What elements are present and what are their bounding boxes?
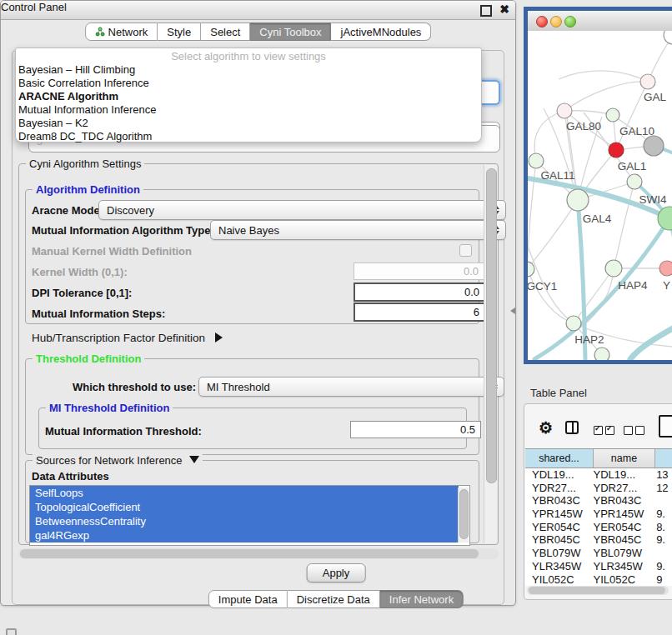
network-edge[interactable] <box>559 71 648 82</box>
kernel-width-label: Kernel Width (0,1): <box>32 266 128 278</box>
column-header-partial[interactable] <box>655 449 672 468</box>
network-canvas[interactable]: GALGAL80GAL10GAL1GAL11SWI4GAL4GCY1HAP4YH… <box>528 31 672 360</box>
network-node[interactable] <box>664 31 672 44</box>
table-row[interactable]: YBR045CYBR045C9. <box>525 533 672 547</box>
node-label: GAL <box>644 91 667 103</box>
network-node-hap2[interactable] <box>566 316 581 331</box>
column-header-name[interactable]: name <box>594 449 655 468</box>
network-edge[interactable] <box>614 182 634 268</box>
dpi-tolerance-field[interactable]: 0.0 <box>354 282 486 302</box>
settings-hscrollbar[interactable] <box>18 548 499 559</box>
table-row[interactable]: YBL079WYBL079W <box>525 547 672 560</box>
gear-icon[interactable]: ⚙ <box>539 418 553 438</box>
network-node-y[interactable] <box>659 261 672 276</box>
algorithm-combobox-edge[interactable] <box>480 80 500 105</box>
expand-right-icon[interactable] <box>215 332 223 342</box>
tab-discretize-data[interactable]: Discretize Data <box>288 590 380 608</box>
float-window-icon[interactable] <box>480 5 492 17</box>
tab-jactivemnodules[interactable]: jActiveMNodules <box>332 22 432 41</box>
algorithm-option[interactable]: Dream8 DC_TDC Algorithm <box>16 130 481 143</box>
table-row[interactable]: YIL052CYIL052C9 <box>525 573 672 587</box>
sources-toggle[interactable]: Sources for Network Inference <box>33 454 203 467</box>
table-row[interactable]: YPR145WYPR145W9. <box>525 508 672 521</box>
tab-label: Cyni Toolbox <box>259 26 321 38</box>
node-label: Y <box>663 279 670 292</box>
mac-zoom-button[interactable] <box>564 16 576 28</box>
network-node-swi4[interactable] <box>627 174 642 189</box>
scrollbar-thumb[interactable] <box>459 489 469 539</box>
table-row[interactable]: YDR27...YDR27...12 <box>525 482 672 495</box>
mi-steps-field[interactable]: 6 <box>354 302 486 322</box>
mi-threshold-field[interactable]: 0.5 <box>350 421 481 438</box>
attribute-item[interactable]: SelfLoops <box>30 486 459 500</box>
network-edge[interactable] <box>564 82 648 111</box>
mac-close-button[interactable] <box>536 16 548 28</box>
scrollbar-thumb[interactable] <box>529 587 665 594</box>
tab-impute-data[interactable]: Impute Data <box>208 590 288 608</box>
expand-down-icon[interactable] <box>189 456 199 463</box>
network-node[interactable] <box>658 207 672 230</box>
select-all-icon[interactable] <box>594 423 617 436</box>
tab-infer-network[interactable]: Infer Network <box>380 590 464 608</box>
algorithm-option[interactable]: Bayesian – Hill Climbing <box>16 63 481 77</box>
network-node-gal11[interactable] <box>529 153 544 168</box>
attribute-item[interactable]: BetweennessCentrality <box>30 514 459 528</box>
kernel-width-field[interactable]: 0.0 <box>354 262 484 280</box>
which-threshold-combobox[interactable]: MI Threshold <box>198 377 504 397</box>
network-node-gal[interactable] <box>640 74 655 89</box>
network-node[interactable] <box>644 136 664 156</box>
list-scrollbar[interactable] <box>458 488 469 542</box>
aracne-mode-combobox[interactable]: Discovery <box>98 200 506 220</box>
scrollbar-thumb[interactable] <box>20 549 479 558</box>
grip-icon[interactable] <box>6 628 17 635</box>
attribute-item[interactable]: TopologicalCoefficient <box>30 500 459 514</box>
network-node-hap4[interactable] <box>605 260 622 277</box>
table-row[interactable]: YBR043CYBR043C <box>525 494 672 508</box>
control-panel-titlebar[interactable]: Control Panel ✖ <box>1 1 515 20</box>
column-header-shared[interactable]: shared... <box>525 449 594 468</box>
mac-minimize-button[interactable] <box>550 16 562 28</box>
network-window-titlebar[interactable] <box>528 11 672 32</box>
network-node[interactable] <box>594 348 609 360</box>
tab-label: Discretize Data <box>297 593 370 606</box>
network-edge[interactable] <box>528 200 578 269</box>
network-node-gal10[interactable] <box>606 108 619 122</box>
tab-style[interactable]: Style <box>158 22 201 41</box>
mi-algorithm-type-combobox[interactable]: Naive Bayes <box>210 220 506 240</box>
panel-collapse-arrow[interactable] <box>510 308 515 314</box>
table-hscrollbar[interactable] <box>527 586 669 595</box>
network-edge-highlighted[interactable] <box>630 321 672 359</box>
tab-cyni-toolbox[interactable]: Cyni Toolbox <box>250 22 331 41</box>
table-row[interactable]: YLR345WYLR345W9. <box>525 560 672 573</box>
network-node-gal1[interactable] <box>609 142 624 158</box>
tab-network[interactable]: Network <box>85 22 158 41</box>
deselect-all-icon[interactable] <box>624 423 647 436</box>
network-edge[interactable] <box>528 269 574 323</box>
manual-kernel-width-checkbox[interactable] <box>459 244 472 257</box>
group-title: Cyni Algorithm Settings <box>26 158 144 170</box>
table-cell <box>651 494 672 508</box>
network-edge[interactable] <box>534 111 564 161</box>
algorithm-option[interactable]: Bayesian – K2 <box>16 117 481 130</box>
tab-select[interactable]: Select <box>201 22 250 41</box>
network-node-gal4[interactable] <box>567 189 589 211</box>
attribute-item[interactable]: gal4RGexp <box>30 528 459 542</box>
network-node-gcy1[interactable] <box>528 262 534 277</box>
algorithm-option[interactable]: Mutual Information Inference <box>16 103 481 117</box>
algorithm-option[interactable]: Basic Correlation Inference <box>16 77 481 90</box>
document-icon[interactable] <box>659 415 672 438</box>
table-row[interactable]: YDL19...YDL19...13 <box>525 468 672 482</box>
columns-icon[interactable] <box>565 421 579 434</box>
table-cell: YPR145W <box>525 508 592 521</box>
hub-definition-toggle[interactable]: Hub/Transcription Factor Definition <box>32 332 223 344</box>
data-attributes-list[interactable]: SelfLoopsTopologicalCoefficientBetweenne… <box>29 485 470 546</box>
network-node-gal80[interactable] <box>557 103 572 118</box>
settings-scrollbar[interactable] <box>484 165 497 543</box>
algorithm-option[interactable]: ARACNE Algorithm <box>16 90 481 103</box>
table-row[interactable]: YER054CYER054C8. <box>525 521 672 534</box>
close-icon[interactable]: ✖ <box>499 2 509 16</box>
table-cell: 12 <box>651 482 672 495</box>
scrollbar-thumb[interactable] <box>486 168 497 483</box>
apply-button[interactable]: Apply <box>307 563 366 582</box>
tab-label: Network <box>108 26 148 38</box>
